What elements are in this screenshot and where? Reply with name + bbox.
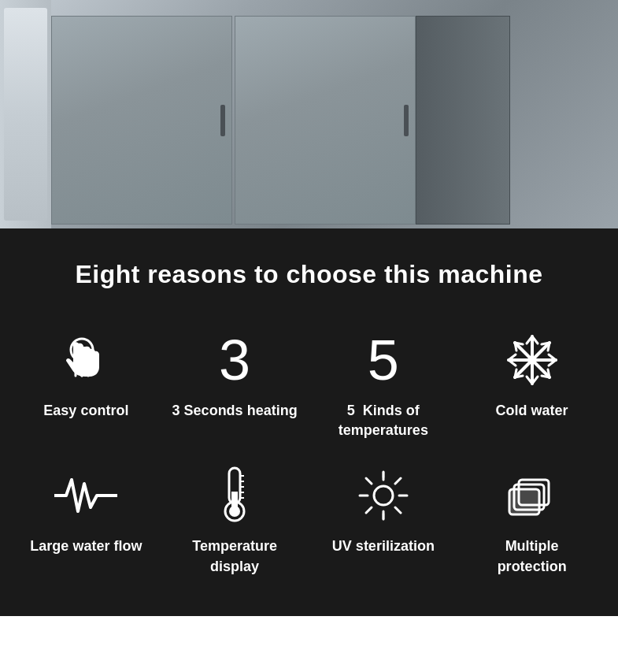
sun-icon <box>352 464 415 527</box>
number5-icon: 5 <box>352 329 415 392</box>
thermometer-icon <box>203 464 266 527</box>
temp-display-label: Temperaturedisplay <box>192 536 277 576</box>
feature-temp-display: Temperaturedisplay <box>165 464 305 576</box>
svg-line-14 <box>515 343 523 344</box>
svg-line-35 <box>366 478 372 484</box>
product-photo <box>0 0 618 228</box>
large-flow-label: Large water flow <box>30 536 142 556</box>
feature-uv: UV sterilization <box>313 464 454 576</box>
feature-large-flow: Large water flow <box>16 464 157 576</box>
uv-label: UV sterilization <box>332 536 435 556</box>
wave-icon <box>54 464 117 527</box>
feature-cold-water: Cold water <box>461 329 602 440</box>
protection-label: Multipleprotection <box>498 536 567 576</box>
svg-line-36 <box>395 507 401 513</box>
features-grid: Easy control 3 3 Seconds heating 5 5 Kin… <box>16 329 602 577</box>
cold-water-label: Cold water <box>496 401 568 421</box>
svg-rect-43 <box>509 489 539 514</box>
temperatures-label: 5 Kinds oftemperatures <box>339 401 428 440</box>
heating-label: 3 Seconds heating <box>172 401 298 421</box>
svg-rect-24 <box>231 492 238 514</box>
snowflake-icon <box>501 329 564 392</box>
easy-control-label: Easy control <box>43 401 128 421</box>
svg-line-18 <box>542 343 550 344</box>
svg-line-16 <box>542 376 550 377</box>
shield-icon <box>501 464 564 527</box>
touch-icon <box>54 329 117 392</box>
feature-heating: 3 3 Seconds heating <box>165 329 305 440</box>
svg-point-30 <box>374 486 393 505</box>
features-section: Eight reasons to choose this machine Eas… <box>0 228 618 616</box>
svg-line-38 <box>366 507 372 513</box>
feature-easy-control: Easy control <box>16 329 157 440</box>
number3-icon: 3 <box>203 329 266 392</box>
svg-line-20 <box>515 376 523 377</box>
section-title: Eight reasons to choose this machine <box>16 260 602 289</box>
feature-protection: Multipleprotection <box>461 464 602 576</box>
svg-line-37 <box>395 478 401 484</box>
feature-temperatures: 5 5 Kinds oftemperatures <box>313 329 454 440</box>
